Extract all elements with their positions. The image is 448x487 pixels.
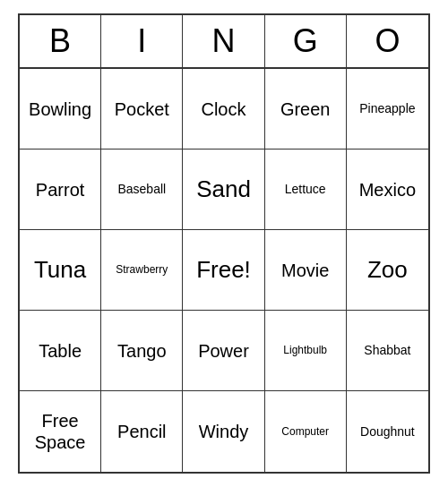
bingo-cell-12: Free! — [183, 230, 264, 311]
header-letter-g: G — [265, 15, 347, 67]
bingo-cell-24: Doughnut — [347, 391, 428, 472]
bingo-header: BINGO — [20, 15, 428, 69]
bingo-cell-10: Tuna — [20, 230, 101, 311]
bingo-cell-text-12: Free! — [196, 256, 251, 284]
bingo-cell-text-24: Doughnut — [360, 424, 415, 440]
bingo-cell-0: Bowling — [20, 69, 101, 150]
bingo-cell-text-6: Baseball — [117, 182, 166, 197]
bingo-cell-text-14: Zoo — [367, 256, 408, 284]
bingo-grid: BowlingPocketClockGreenPineappleParrotBa… — [20, 69, 428, 472]
bingo-cell-11: Strawberry — [101, 230, 183, 311]
bingo-cell-text-21: Pencil — [117, 421, 166, 442]
header-letter-i: I — [101, 15, 183, 67]
bingo-cell-text-15: Table — [39, 340, 82, 362]
bingo-cell-text-5: Parrot — [36, 179, 84, 201]
bingo-cell-20: FreeSpace — [20, 391, 101, 472]
bingo-cell-text-8: Lettuce — [285, 182, 326, 197]
bingo-cell-9: Mexico — [347, 150, 428, 230]
bingo-cell-text-9: Mexico — [359, 179, 416, 201]
bingo-cell-text-7: Sand — [196, 175, 251, 203]
bingo-cell-1: Pocket — [101, 69, 183, 150]
bingo-cell-text-19: Shabbat — [364, 343, 410, 358]
bingo-cell-text-2: Clock — [201, 98, 246, 120]
header-letter-o: O — [347, 15, 428, 67]
bingo-cell-15: Table — [20, 311, 101, 391]
bingo-cell-text-17: Power — [198, 340, 249, 362]
bingo-cell-19: Shabbat — [347, 311, 428, 391]
bingo-cell-7: Sand — [183, 150, 264, 230]
bingo-cell-18: Lightbulb — [265, 311, 347, 391]
bingo-cell-5: Parrot — [20, 150, 101, 230]
header-letter-b: B — [20, 15, 101, 67]
bingo-cell-text-18: Lightbulb — [283, 344, 327, 356]
header-letter-n: N — [183, 15, 264, 67]
bingo-cell-text-23: Computer — [281, 425, 329, 438]
bingo-cell-text-0: Bowling — [29, 98, 91, 120]
bingo-cell-3: Green — [265, 69, 347, 150]
bingo-cell-21: Pencil — [101, 391, 183, 472]
bingo-cell-17: Power — [183, 311, 264, 391]
bingo-cell-text-13: Movie — [281, 260, 329, 281]
bingo-cell-16: Tango — [101, 311, 183, 391]
bingo-cell-13: Movie — [265, 230, 347, 311]
bingo-card: BINGO BowlingPocketClockGreenPineapplePa… — [18, 13, 430, 474]
bingo-cell-text-22: Windy — [199, 421, 249, 442]
bingo-cell-14: Zoo — [347, 230, 428, 311]
bingo-cell-text-10: Tuna — [34, 256, 86, 284]
bingo-cell-text-20: FreeSpace — [35, 410, 86, 453]
bingo-cell-text-1: Pocket — [115, 98, 169, 120]
bingo-cell-text-11: Strawberry — [116, 263, 168, 276]
bingo-cell-4: Pineapple — [347, 69, 428, 150]
bingo-cell-22: Windy — [183, 391, 264, 472]
bingo-cell-2: Clock — [183, 69, 264, 150]
bingo-cell-text-16: Tango — [117, 340, 167, 362]
bingo-cell-text-3: Green — [280, 98, 331, 120]
bingo-cell-8: Lettuce — [265, 150, 347, 230]
bingo-cell-23: Computer — [265, 391, 347, 472]
bingo-cell-text-4: Pineapple — [359, 101, 415, 116]
bingo-cell-6: Baseball — [101, 150, 183, 230]
